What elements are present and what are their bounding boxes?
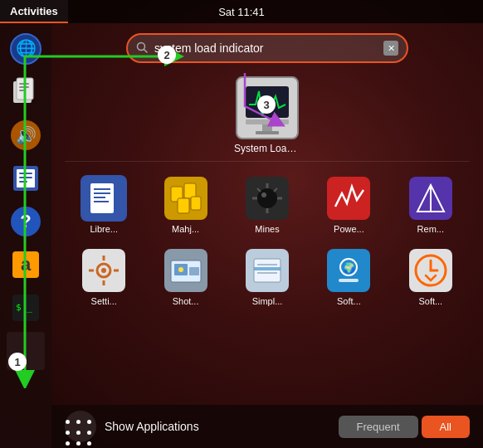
sidebar-icon-browser[interactable]: 🌐 <box>7 30 45 68</box>
svg-text:?: ? <box>20 211 31 231</box>
grid-dot <box>87 431 91 435</box>
svg-text:🔊: 🔊 <box>16 125 37 145</box>
svg-rect-30 <box>94 188 110 190</box>
svg-rect-32 <box>94 197 105 198</box>
app-libreoffice-label: Libre... <box>90 224 118 234</box>
show-applications-label: Show Applications <box>105 420 199 433</box>
svg-rect-68 <box>257 272 277 274</box>
app-software-updater-label: Soft... <box>418 296 442 306</box>
svg-point-63 <box>178 267 183 272</box>
app-simple-scan[interactable]: Simpl... <box>228 244 306 309</box>
svg-text:🌍: 🌍 <box>343 261 355 274</box>
featured-result-section: System Load I... <box>65 76 470 162</box>
app-libreoffice[interactable]: Libre... <box>65 172 143 237</box>
sidebar-icon-terminal[interactable]: $ _ <box>7 289 45 327</box>
svg-text:a: a <box>21 254 32 275</box>
svg-rect-7 <box>19 90 26 91</box>
app-mines[interactable]: Mines <box>228 172 306 237</box>
app-software-center-label: Soft... <box>337 296 361 306</box>
app-remote-label: Rem... <box>417 224 444 234</box>
sidebar: 🌐 🔊 ? <box>0 23 51 448</box>
svg-text:🌐: 🌐 <box>16 38 37 58</box>
svg-point-47 <box>261 192 266 197</box>
svg-rect-4 <box>17 78 33 100</box>
app-software-center[interactable]: 🌍 Soft... <box>310 244 388 309</box>
svg-rect-31 <box>94 192 110 194</box>
grid-dot <box>76 441 80 446</box>
grid-dot <box>66 431 70 435</box>
grid-dot <box>87 420 91 424</box>
show-applications-area: Show Applications <box>65 411 199 442</box>
topbar: Activities Sat 11:41 <box>0 0 483 23</box>
app-mahjongg-label: Mahj... <box>172 224 199 234</box>
app-powerstat-label: Powe... <box>334 224 364 234</box>
svg-rect-33 <box>94 201 109 202</box>
svg-text:$ _: $ _ <box>16 302 32 313</box>
bottom-bar: Show Applications Frequent All <box>51 405 483 448</box>
svg-rect-12 <box>19 173 32 174</box>
svg-line-22 <box>144 49 148 52</box>
tab-buttons: Frequent All <box>339 416 471 438</box>
svg-rect-25 <box>246 119 289 124</box>
grid-dot <box>76 420 80 424</box>
svg-rect-6 <box>19 86 29 88</box>
app-shotwell[interactable]: Shot... <box>146 244 224 309</box>
system-load-indicator-icon[interactable]: System Load I... <box>230 76 305 154</box>
search-clear-button[interactable]: ✕ <box>383 41 398 56</box>
badge-1: 1 <box>8 353 27 371</box>
app-mines-label: Mines <box>255 224 279 234</box>
show-applications-button[interactable] <box>65 411 96 442</box>
app-mahjongg[interactable]: Mahj... <box>146 172 224 237</box>
tab-frequent-button[interactable]: Frequent <box>339 416 418 438</box>
sidebar-icon-sound[interactable]: 🔊 <box>7 116 45 154</box>
tab-all-button[interactable]: All <box>422 416 470 438</box>
badge-3: 3 <box>257 95 276 114</box>
svg-rect-72 <box>339 279 359 282</box>
main-content: ✕ System Load I. <box>51 23 483 448</box>
grid-dot <box>66 441 70 446</box>
svg-rect-36 <box>184 183 196 198</box>
activities-label: Activities <box>10 5 58 17</box>
svg-rect-66 <box>254 267 281 270</box>
app-grid: Libre... Mahj... <box>65 168 470 313</box>
grid-dot <box>76 431 80 435</box>
grid-dot <box>66 420 70 424</box>
svg-rect-5 <box>19 83 29 85</box>
app-shotwell-label: Shot... <box>173 296 199 306</box>
app-powerstat[interactable]: Powe... <box>310 172 388 237</box>
app-software-updater[interactable]: Soft... <box>392 244 470 309</box>
app-settings[interactable]: Setti... <box>65 244 143 309</box>
svg-rect-37 <box>178 198 189 213</box>
sidebar-icon-help[interactable]: ? <box>7 202 45 241</box>
svg-rect-67 <box>257 264 277 265</box>
search-input[interactable] <box>154 41 377 55</box>
activities-button[interactable]: Activities <box>0 0 68 23</box>
sidebar-icon-writer[interactable] <box>7 159 45 197</box>
grid-dot <box>87 441 91 446</box>
topbar-time: Sat 11:41 <box>0 6 483 18</box>
svg-rect-13 <box>19 177 32 178</box>
svg-rect-26 <box>262 124 272 131</box>
svg-point-54 <box>101 268 106 273</box>
search-area: ✕ <box>51 23 483 70</box>
badge-2: 2 <box>158 46 176 64</box>
sidebar-icon-files[interactable] <box>7 73 45 111</box>
sidebar-icon-amazon[interactable]: a <box>7 246 45 284</box>
svg-rect-27 <box>256 131 279 134</box>
svg-rect-62 <box>189 267 199 275</box>
app-settings-label: Setti... <box>91 296 117 306</box>
svg-rect-14 <box>19 181 27 183</box>
svg-rect-38 <box>191 197 201 210</box>
system-load-label: System Load I... <box>234 143 300 154</box>
app-simple-scan-label: Simpl... <box>252 296 283 306</box>
app-remote[interactable]: Rem... <box>392 172 470 237</box>
search-magnifier-icon <box>136 41 148 56</box>
